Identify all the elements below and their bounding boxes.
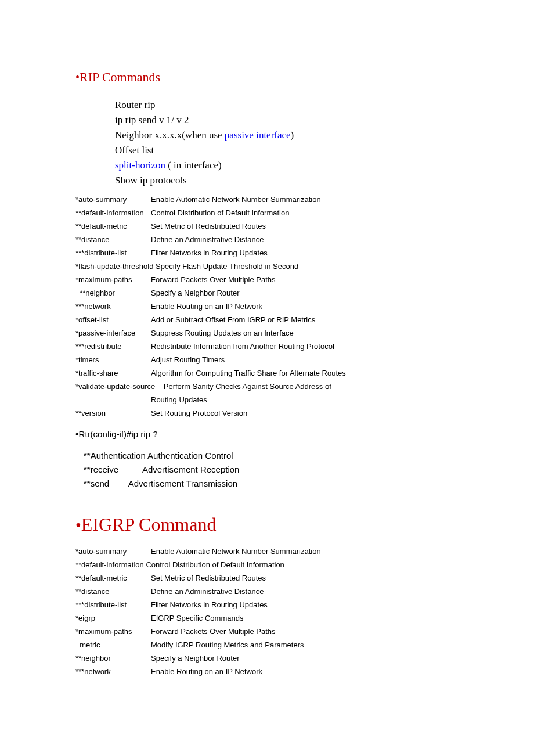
bullet-icon: • xyxy=(75,516,81,534)
command-row: **default-metricSet Metric of Redistribu… xyxy=(75,571,459,585)
command-desc: Define an Administrative Distance xyxy=(151,233,459,246)
command-name: *maximum-paths xyxy=(75,273,151,286)
command-desc: Define an Administrative Distance xyxy=(151,585,459,598)
document-page: •RIP Commands Router ripip rip send v 1/… xyxy=(0,0,534,725)
command-row: metricModify IGRP Routing Metrics and Pa… xyxy=(75,638,459,651)
command-row: **default-metricSet Metric of Redistribu… xyxy=(75,219,459,233)
iprip-heading-text: Rtr(config-if)#ip rip ? xyxy=(79,429,158,439)
command-desc: Modify IGRP Routing Metrics and Paramete… xyxy=(151,638,459,651)
command-row: *passive-interfaceSuppress Routing Updat… xyxy=(75,326,459,340)
iprip-heading: •Rtr(config-if)#ip rip ? xyxy=(75,429,459,440)
command-desc: Set Metric of Redistributed Routes xyxy=(151,571,459,585)
command-row: ***distribute-listFilter Networks in Rou… xyxy=(75,246,459,260)
rip-intro-line: Offset list xyxy=(115,143,459,158)
command-desc: Set Metric of Redistributed Routes xyxy=(151,219,459,233)
command-row: **neighborSpecify a Neighbor Router xyxy=(75,651,459,665)
rip-heading-title: RIP Commands xyxy=(80,70,160,84)
command-row: **default-informationControl Distributio… xyxy=(75,206,459,219)
command-name: *auto-summary xyxy=(75,193,151,206)
command-desc: Enable Routing on an IP Network xyxy=(151,300,459,313)
command-row: *auto-summaryEnable Automatic Network Nu… xyxy=(75,545,459,558)
command-row: *eigrpEIGRP Specific Commands xyxy=(75,611,459,625)
command-name: **default-information xyxy=(75,206,151,219)
command-name: **version xyxy=(75,406,151,420)
command-name: ***network xyxy=(75,665,151,678)
command-name: *offset-list xyxy=(75,313,151,326)
iprip-row: **receive Advertisement Reception xyxy=(84,463,459,477)
command-desc: Algorithm for Computing Traffic Share fo… xyxy=(151,366,459,380)
command-row: *auto-summaryEnable Automatic Network Nu… xyxy=(75,193,459,206)
command-row: **versionSet Routing Protocol Version xyxy=(75,406,459,420)
link-text[interactable]: passive interface xyxy=(225,129,291,141)
command-row: ***networkEnable Routing on an IP Networ… xyxy=(75,665,459,678)
command-name: ***distribute-list xyxy=(75,598,151,611)
link-text[interactable]: split-horizon xyxy=(115,160,165,171)
command-row: *flash-update-threshold Specify Flash Up… xyxy=(75,260,459,273)
command-name: *timers xyxy=(75,353,151,366)
command-row: *validate-update-source Perform Sanity C… xyxy=(75,380,459,393)
text: Router rip xyxy=(115,99,155,110)
iprip-row: **send Advertisement Transmission xyxy=(84,477,459,491)
command-name: ***distribute-list xyxy=(75,246,151,260)
command-desc: Forward Packets Over Multiple Paths xyxy=(151,273,459,286)
command-row: *maximum-pathsForward Packets Over Multi… xyxy=(75,625,459,638)
rip-heading: •RIP Commands xyxy=(75,70,459,85)
command-name: **default-metric xyxy=(75,571,151,585)
command-desc: Control Distribution of Default Informat… xyxy=(151,206,459,219)
text: ) xyxy=(291,129,294,141)
command-row: *timersAdjust Routing Timers xyxy=(75,353,459,366)
command-row: *offset-listAdd or Subtract Offset From … xyxy=(75,313,459,326)
text: ip rip send v 1/ v 2 xyxy=(115,114,189,125)
eigrp-heading-title: EIGRP Command xyxy=(81,514,217,535)
command-name: *passive-interface xyxy=(75,326,151,340)
command-desc: Specify a Neighbor Router xyxy=(151,651,459,665)
command-name: ***network xyxy=(75,300,151,313)
command-name: ***redistribute xyxy=(75,340,151,353)
command-name: *traffic-share xyxy=(75,366,151,380)
command-name: **distance xyxy=(75,233,151,246)
rip-command-table: *auto-summaryEnable Automatic Network Nu… xyxy=(75,193,459,420)
command-name: **default-metric xyxy=(75,219,151,233)
command-name xyxy=(75,393,151,406)
text: Neighbor x.x.x.x(when use xyxy=(115,129,225,141)
rip-intro-line: Show ip protocols xyxy=(115,173,459,188)
command-desc: Specify a Neighbor Router xyxy=(151,286,459,300)
command-desc: Add or Subtract Offset From IGRP or RIP … xyxy=(151,313,459,326)
command-desc: Set Routing Protocol Version xyxy=(151,406,459,420)
command-name: *eigrp xyxy=(75,611,151,625)
command-desc: Redistribute Information from Another Ro… xyxy=(151,340,459,353)
command-row: ***distribute-listFilter Networks in Rou… xyxy=(75,598,459,611)
rip-intro-line: Neighbor x.x.x.x(when use passive interf… xyxy=(115,128,459,143)
command-desc: Routing Updates xyxy=(151,393,459,406)
bullet-icon: • xyxy=(75,71,80,84)
command-desc: Filter Networks in Routing Updates xyxy=(151,246,459,260)
command-desc: Filter Networks in Routing Updates xyxy=(151,598,459,611)
eigrp-command-table: *auto-summaryEnable Automatic Network Nu… xyxy=(75,545,459,678)
command-name: *maximum-paths xyxy=(75,625,151,638)
eigrp-heading: •EIGRP Command xyxy=(75,514,459,535)
command-row: **distanceDefine an Administrative Dista… xyxy=(75,233,459,246)
command-row: ***networkEnable Routing on an IP Networ… xyxy=(75,300,459,313)
command-name: **neighbor xyxy=(75,286,151,300)
text: Offset list xyxy=(115,145,154,156)
command-row: **distanceDefine an Administrative Dista… xyxy=(75,585,459,598)
command-desc: Forward Packets Over Multiple Paths xyxy=(151,625,459,638)
rip-intro-line: Router rip xyxy=(115,98,459,113)
command-row: **neighborSpecify a Neighbor Router xyxy=(75,286,459,300)
command-desc: Enable Automatic Network Number Summariz… xyxy=(151,545,459,558)
command-row: ***redistributeRedistribute Information … xyxy=(75,340,459,353)
command-desc: Enable Automatic Network Number Summariz… xyxy=(151,193,459,206)
command-name: *auto-summary xyxy=(75,545,151,558)
command-row: Routing Updates xyxy=(75,393,459,406)
command-row: *traffic-shareAlgorithm for Computing Tr… xyxy=(75,366,459,380)
command-name: metric xyxy=(75,638,151,651)
command-desc: EIGRP Specific Commands xyxy=(151,611,459,625)
command-desc: Suppress Routing Updates on an Interface xyxy=(151,326,459,340)
command-desc: Enable Routing on an IP Network xyxy=(151,665,459,678)
text: ( in interface) xyxy=(165,160,222,171)
command-name: **neighbor xyxy=(75,651,151,665)
command-row: *maximum-pathsForward Packets Over Multi… xyxy=(75,273,459,286)
command-name: **distance xyxy=(75,585,151,598)
rip-intro-line: split-horizon ( in interface) xyxy=(115,158,459,173)
command-desc: Adjust Routing Timers xyxy=(151,353,459,366)
